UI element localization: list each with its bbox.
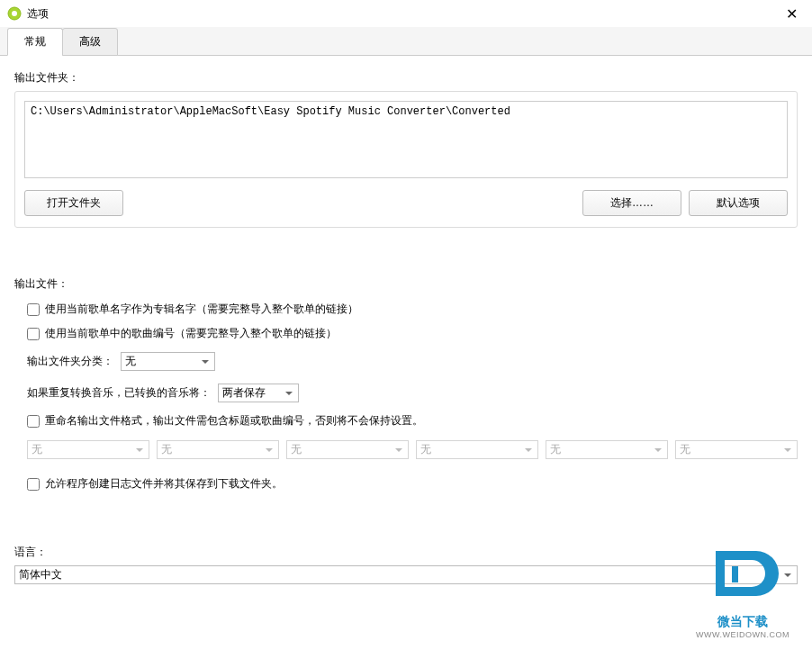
chevron-down-icon [202,360,209,364]
window-title: 选项 [27,6,778,22]
chevron-down-icon [395,448,402,452]
rename-part-6: 无 [675,440,798,459]
checkbox-rename-output-label[interactable]: 重命名输出文件格式，输出文件需包含标题或歌曲编号，否则将不会保持设置。 [45,413,423,429]
select-folder-button[interactable]: 选择…… [582,190,681,216]
rename-format-row: 无 无 无 无 无 无 [14,433,798,466]
folder-sort-label: 输出文件夹分类： [27,354,113,369]
checkbox-use-track-number-label[interactable]: 使用当前歌单中的歌曲编号（需要完整导入整个歌单的链接） [45,326,337,341]
branding-text: 微当下载 [693,614,792,630]
rename-part-3: 无 [286,440,409,459]
output-file-label: 输出文件： [14,276,798,292]
rename-part-1: 无 [27,440,149,459]
checkbox-use-album-name[interactable] [27,303,40,316]
chevron-down-icon [784,448,791,452]
language-select[interactable]: 简体中文 [14,565,798,584]
folder-sort-select[interactable]: 无 [121,352,215,371]
rename-part-2: 无 [157,440,279,459]
chevron-down-icon [266,448,273,452]
repeat-convert-select[interactable]: 两者保存 [218,384,299,402]
tab-general[interactable]: 常规 [7,28,63,56]
output-folder-buttons: 打开文件夹 选择…… 默认选项 [24,190,788,216]
rename-part-4: 无 [416,440,538,459]
chevron-down-icon [285,392,293,395]
checkbox-create-log[interactable] [27,478,40,491]
content-area: 输出文件夹： 打开文件夹 选择…… 默认选项 输出文件： 使用当前歌单名字作为专… [0,56,812,595]
rename-part-5: 无 [546,440,668,459]
checkbox-use-track-number[interactable] [27,328,40,340]
repeat-convert-label: 如果重复转换音乐，已转换的音乐将： [27,385,211,401]
output-folder-group: 打开文件夹 选择…… 默认选项 [14,91,798,228]
chevron-down-icon [136,448,143,452]
close-icon: ✕ [786,5,798,23]
tab-strip: 常规 高级 [0,27,812,56]
output-folder-path[interactable] [24,101,788,178]
default-option-button[interactable]: 默认选项 [689,190,788,216]
chevron-down-icon [525,448,532,452]
chevron-down-icon [784,573,791,577]
output-folder-label: 输出文件夹： [14,70,798,86]
tab-advanced[interactable]: 高级 [62,28,118,56]
checkbox-rename-output[interactable] [27,415,40,428]
close-button[interactable]: ✕ [778,0,805,27]
titlebar: 选项 ✕ [0,0,812,27]
checkbox-create-log-label[interactable]: 允许程序创建日志文件并将其保存到下载文件夹。 [45,476,283,492]
app-icon [7,6,22,21]
language-label: 语言： [14,545,798,560]
repeat-convert-value: 两者保存 [222,385,266,401]
chevron-down-icon [654,448,662,452]
folder-sort-value: 无 [125,354,136,369]
svg-point-1 [12,11,17,16]
branding-url: WWW.WEIDOWN.COM [693,630,792,639]
open-folder-button[interactable]: 打开文件夹 [24,190,123,216]
checkbox-use-album-name-label[interactable]: 使用当前歌单名字作为专辑名字（需要完整导入整个歌单的链接） [45,302,358,317]
language-value: 简体中文 [19,567,62,582]
